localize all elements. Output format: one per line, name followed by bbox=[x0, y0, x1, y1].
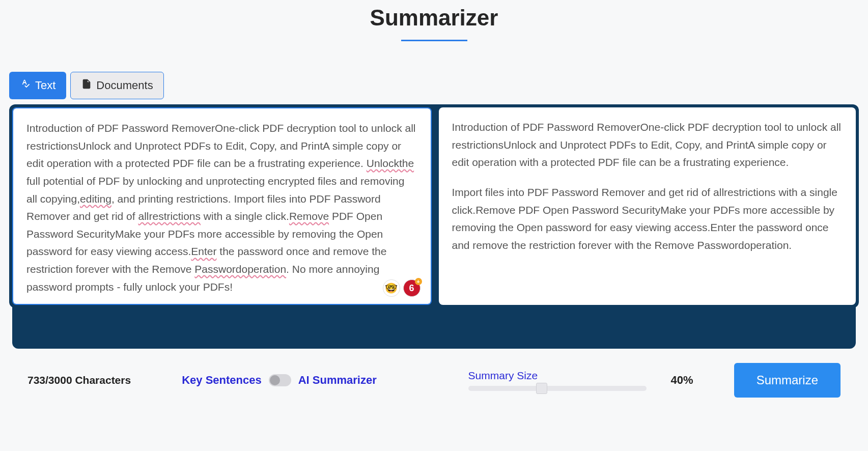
char-count: 733/3000 Characters bbox=[27, 374, 131, 386]
plus-icon: + bbox=[415, 278, 422, 285]
mode-key-sentences[interactable]: Key Sentences bbox=[182, 374, 262, 387]
summary-size: Summary Size bbox=[468, 370, 647, 391]
text-span: with a single click. bbox=[201, 210, 289, 222]
badges: 🤓 6 + bbox=[383, 279, 421, 297]
document-icon bbox=[81, 78, 92, 93]
panels-wrapper: Introduction of PDF Password RemoverOne-… bbox=[9, 104, 859, 308]
summary-size-slider[interactable] bbox=[468, 386, 647, 391]
output-text-p2: Import files into PDF Password Remover a… bbox=[452, 184, 843, 255]
emoji-badge[interactable]: 🤓 bbox=[383, 279, 400, 297]
tab-documents-label: Documents bbox=[96, 79, 153, 92]
summarize-button[interactable]: Summarize bbox=[734, 363, 841, 398]
tab-documents[interactable]: Documents bbox=[70, 72, 163, 99]
summary-size-pct: 40% bbox=[671, 374, 693, 387]
spell-error-span: Enter bbox=[191, 245, 216, 257]
summary-size-label: Summary Size bbox=[468, 370, 647, 382]
spell-error-span: Unlockthe bbox=[367, 157, 414, 169]
spell-error-span: allrestrictions bbox=[138, 210, 201, 222]
input-mode-tabs: Text Documents bbox=[9, 72, 859, 99]
mode-toggle[interactable] bbox=[269, 374, 291, 386]
dark-strip bbox=[12, 306, 856, 349]
input-text[interactable]: Introduction of PDF Password RemoverOne-… bbox=[26, 120, 417, 296]
slider-thumb[interactable] bbox=[536, 383, 547, 394]
page-title: Summarizer bbox=[9, 0, 859, 31]
text-span: Introduction of PDF Password RemoverOne-… bbox=[26, 122, 418, 169]
error-count: 6 bbox=[409, 283, 414, 294]
output-panel[interactable]: Introduction of PDF Password RemoverOne-… bbox=[439, 107, 856, 305]
mode-ai-summarizer[interactable]: AI Summarizer bbox=[298, 374, 377, 387]
error-count-badge[interactable]: 6 + bbox=[403, 279, 421, 297]
spell-error-span: Remove bbox=[289, 210, 329, 222]
input-panel[interactable]: Introduction of PDF Password RemoverOne-… bbox=[12, 107, 432, 305]
footer-bar: 733/3000 Characters Key Sentences AI Sum… bbox=[9, 349, 859, 398]
spell-error-span: editing bbox=[80, 193, 111, 205]
toggle-knob bbox=[270, 375, 280, 385]
output-text-p1: Introduction of PDF Password RemoverOne-… bbox=[452, 119, 843, 172]
spellcheck-icon bbox=[20, 78, 31, 93]
tab-text-label: Text bbox=[35, 79, 55, 92]
title-underline bbox=[401, 40, 467, 41]
mode-group: Key Sentences AI Summarizer bbox=[182, 374, 377, 387]
spell-error-span: Passwordoperation bbox=[194, 263, 286, 275]
tab-text[interactable]: Text bbox=[9, 72, 66, 99]
